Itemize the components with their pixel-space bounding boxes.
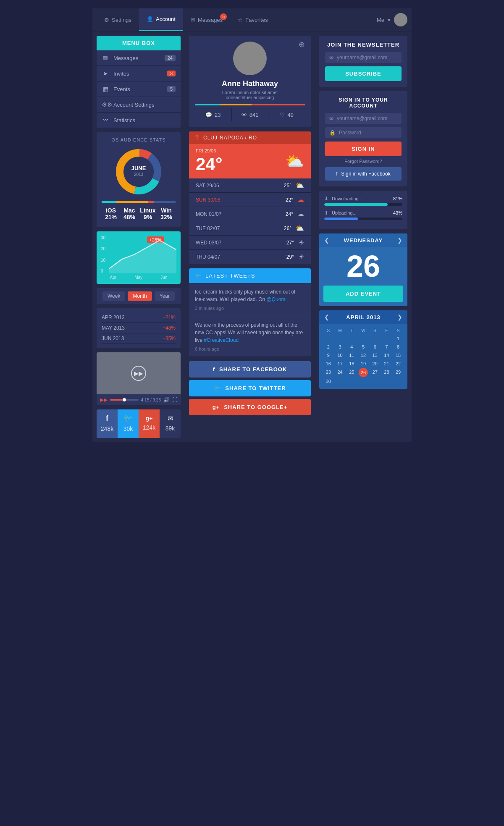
calendar-next-button[interactable]: ❯ [397,237,402,244]
donut-chart: JUNE 2013 [102,147,176,197]
subscribe-button[interactable]: SUBSCRIBE [325,66,402,81]
share-googleplus-button[interactable]: g+ SHARE TO GOOGLE+ [189,399,311,415]
month-tab[interactable]: Month [128,291,152,301]
bar-views [220,104,252,105]
tab-favorites[interactable]: ☆ Favorites [230,9,275,31]
comment-icon: 💬 [205,112,212,118]
mac-label: Mac [121,207,138,214]
mon-temp: 24° [286,211,293,217]
forgot-password-link[interactable]: Forgot Password? [325,159,402,164]
thu-label: THU 04/07 [196,254,229,260]
cloud-up-icon: ⬆ [324,210,328,216]
menu-item-account-settings[interactable]: ⚙ Account Settings [97,97,181,113]
y-20: 20 [101,246,105,251]
social-facebook[interactable]: f 248k [97,409,118,438]
weather-row-wed: WED 03/07 27° ☀ [189,236,311,250]
expand-icon[interactable]: ⛶ [172,397,177,403]
facebook-signin-button[interactable]: f Sign in with Facebook [325,167,402,181]
year-tab[interactable]: Year [155,291,175,301]
apr-value: +21% [163,315,176,320]
share-facebook-button[interactable]: f SHARE TO FACEBOOK [189,361,311,378]
may-value: +48% [163,325,176,331]
play-control-icon[interactable]: ▶ [100,397,108,403]
menu-box: MENU BOX Messages 24 ➤ Invites 3 ▦ Event… [97,36,181,128]
chart-x-labels: Apr May Jun [101,275,176,280]
messages-count: 24 [165,55,176,61]
signin-title: SIGN IN TO YOUR ACCOUNT [325,97,402,109]
volume-icon[interactable]: 🔊 [163,397,170,403]
week-tab[interactable]: Week [102,291,125,301]
app-container: ⚙ Settings 👤 Account ✉ Messages 5 ☆ Favo… [92,8,412,442]
sun-label: SUN 30/06 [196,197,229,203]
email-count: 89k [165,425,175,432]
avatar [233,42,267,75]
tweet-1-link[interactable]: @Quora [267,296,286,302]
tab-messages[interactable]: ✉ Messages 5 [183,9,230,31]
newsletter-box: JOIN THE NEWSLETTER ✉ SUBSCRIBE [319,36,407,87]
signin-button[interactable]: SIGN IN [325,142,402,156]
newsletter-email-input[interactable] [337,55,400,60]
calendar-day-header: ❮ WEDNESDAY ❯ [319,233,407,247]
googleplus-icon: g+ [146,415,153,422]
weather-current-info: FRI 29/06 24° [196,148,223,174]
weather-main: FRI 29/06 24° ⛅ [189,144,311,178]
mac-bar [116,201,148,203]
envelope-icon: ✉ [329,55,333,60]
mac-value: 48% [121,214,138,220]
ios-stat: iOS 21% [102,205,120,222]
signin-password-input[interactable] [339,130,402,136]
ios-value: 21% [102,214,119,220]
download-row: ⬇ Downloading... 81% [324,196,402,202]
invites-count: 3 [167,71,176,76]
tab-settings[interactable]: ⚙ Settings [97,9,139,31]
accsettings-icon: ⚙ [102,101,109,108]
tweets-header: 🐦 LATEST TWEETS [189,268,311,283]
twitter-icon: 🐦 [214,385,221,391]
views-count: 841 [249,112,259,118]
social-googleplus[interactable]: g+ 124k [139,409,160,438]
social-email[interactable]: ✉ 89k [160,409,181,438]
menu-item-statistics[interactable]: 〰 Statistics [97,113,181,128]
tweet-2-link[interactable]: #CreativeCloud [204,337,239,343]
month-prev-button[interactable]: ❮ [324,314,329,320]
tweets-title: LATEST TWEETS [205,273,255,279]
add-event-button[interactable]: ADD EVENT [323,286,403,302]
download-bar-bg [324,203,402,206]
menu-item-invites[interactable]: ➤ Invites 3 [97,66,181,81]
twitter-icon: 🐦 [195,273,202,279]
tab-account-label: Account [156,16,176,22]
calendar-prev-button[interactable]: ❮ [324,237,329,244]
menu-item-messages[interactable]: Messages 24 [97,50,181,66]
ios-bar [102,201,116,203]
top-nav: ⚙ Settings 👤 Account ✉ Messages 5 ☆ Favo… [92,8,412,31]
bar-likes [252,104,305,105]
menu-item-events[interactable]: ▦ Events 5 [97,81,181,97]
add-icon[interactable]: ⊕ [299,40,305,49]
star-icon: ☆ [238,17,243,23]
avatar[interactable] [394,13,407,26]
social-share-counts: f 248k 🐦 30k g+ 124k ✉ 89k [97,409,181,438]
signin-password-row: 🔒 [325,127,402,138]
monthly-calendar: ❮ APRIL 2013 ❯ S M T W R F S [319,310,407,389]
video-player: ▶ ▶ 4:15 / 9:23 🔊 ⛶ [97,352,181,405]
play-button[interactable]: ▶ [131,366,146,381]
share-twitter-button[interactable]: 🐦 SHARE TO TWITTER [189,380,311,396]
today-cell[interactable]: 26 [359,368,368,377]
download-bar-fill [324,203,388,206]
video-progress-bar[interactable] [110,399,139,401]
profile-stats: 💬 23 👁 841 ♡ 49 [195,108,305,121]
upload-pct: 43% [393,210,402,215]
col-r: R [369,327,381,334]
menu-invites-label: Invites [113,71,129,77]
download-pct: 81% [393,196,402,201]
cal-row-5: 23 24 25 26 27 28 29 [323,368,404,377]
win-label: Win [158,207,175,214]
donut-month-label: JUNE [131,165,146,171]
linux-value: 9% [139,214,156,220]
social-twitter[interactable]: 🐦 30k [118,409,139,438]
signin-email-input[interactable] [337,115,400,121]
tab-account[interactable]: 👤 Account [139,8,183,31]
month-next-button[interactable]: ❯ [397,314,402,320]
thu-icon: ☀ [298,253,304,261]
y-0: 0 [101,269,105,273]
